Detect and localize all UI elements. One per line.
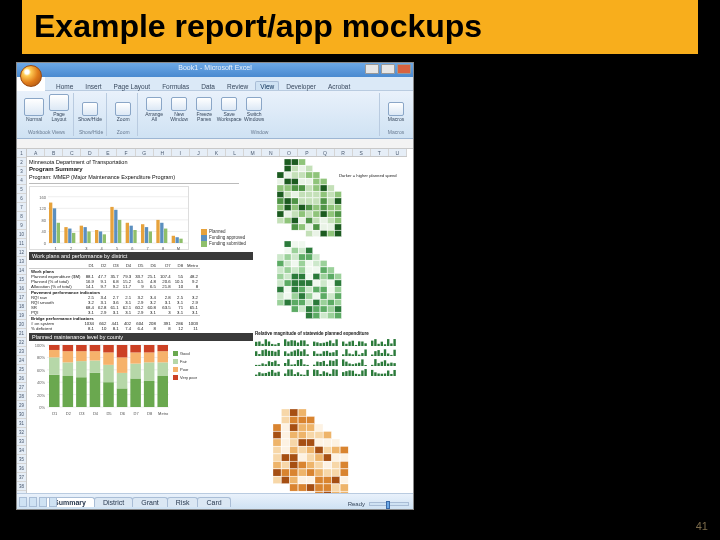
- svg-text:40: 40: [42, 230, 47, 235]
- ribbon-tab-review[interactable]: Review: [222, 81, 253, 90]
- sheet-tab-card[interactable]: Card: [197, 497, 230, 507]
- svg-rect-397: [364, 343, 366, 346]
- svg-rect-101: [157, 345, 168, 351]
- svg-rect-164: [327, 205, 334, 211]
- svg-text:Metro: Metro: [158, 411, 169, 416]
- ribbon-btn-show-hide[interactable]: Show/Hide: [79, 94, 101, 122]
- sheet-nav-buttons[interactable]: [19, 497, 58, 507]
- svg-rect-270: [299, 306, 306, 312]
- svg-rect-128: [306, 179, 313, 185]
- window-titlebar[interactable]: Book1 - Microsoft Excel: [17, 63, 413, 77]
- svg-rect-461: [306, 365, 308, 366]
- ribbon-btn-switch-windows[interactable]: Switch Windows: [243, 94, 265, 122]
- svg-rect-22: [95, 230, 98, 243]
- sheet-nav-last[interactable]: [49, 497, 57, 507]
- svg-rect-231: [327, 274, 334, 280]
- column-headers[interactable]: ABCDEFGHIJKLMNOPQRSTU: [27, 149, 407, 157]
- svg-rect-145: [320, 192, 327, 198]
- svg-text:D7: D7: [134, 411, 140, 416]
- svg-rect-372: [274, 344, 276, 346]
- svg-rect-344: [340, 469, 348, 476]
- ribbon-btn-normal[interactable]: Normal: [23, 94, 45, 122]
- svg-rect-447: [258, 365, 260, 366]
- svg-rect-370: [268, 341, 270, 346]
- svg-rect-312: [298, 447, 306, 454]
- sheet-tab-district[interactable]: District: [94, 497, 133, 507]
- svg-rect-331: [307, 462, 315, 469]
- svg-rect-440: [377, 350, 379, 356]
- svg-rect-44: [179, 239, 182, 243]
- ribbon-btn-page-layout[interactable]: Page Layout: [48, 94, 70, 122]
- district-table: D1D2D3D4D5D6D7D8MetroWork plansPlanned e…: [29, 263, 200, 331]
- svg-rect-26: [110, 207, 113, 243]
- svg-rect-278: [320, 313, 327, 319]
- svg-rect-140: [284, 192, 291, 198]
- svg-rect-451: [271, 362, 273, 366]
- svg-rect-178: [299, 218, 306, 224]
- svg-rect-508: [332, 369, 334, 376]
- svg-rect-431: [345, 349, 347, 356]
- svg-rect-415: [287, 353, 289, 356]
- svg-rect-189: [327, 224, 334, 230]
- section-header-districts: Work plans and performance by district: [29, 252, 253, 260]
- svg-rect-417: [294, 350, 296, 356]
- svg-rect-395: [358, 341, 360, 346]
- svg-rect-235: [291, 280, 298, 286]
- worksheet-area[interactable]: 1234567891011121314151617181920212223242…: [17, 149, 413, 493]
- row-headers[interactable]: 1234567891011121314151617181920212223242…: [17, 149, 27, 493]
- maximize-button[interactable]: [381, 64, 395, 74]
- ribbon-tab-formulas[interactable]: Formulas: [157, 81, 194, 90]
- ribbon-btn-save-workspace[interactable]: Save Workspace: [218, 94, 240, 122]
- svg-rect-300: [323, 432, 331, 439]
- office-orb-button[interactable]: [20, 65, 42, 87]
- ribbon-btn-new-window[interactable]: New Window: [168, 94, 190, 122]
- svg-rect-210: [284, 261, 291, 267]
- sheet-tab-risk[interactable]: Risk: [167, 497, 199, 507]
- ribbon-tab-developer[interactable]: Developer: [281, 81, 321, 90]
- svg-rect-207: [306, 254, 313, 260]
- svg-rect-76: [90, 345, 101, 351]
- svg-rect-171: [313, 211, 320, 217]
- svg-rect-471: [345, 362, 347, 366]
- ribbon-tab-strip: Home Insert Page Layout Formulas Data Re…: [45, 77, 413, 91]
- svg-rect-468: [332, 361, 334, 366]
- ribbon-btn-arrange-all[interactable]: Arrange All: [143, 94, 165, 122]
- svg-rect-61: [49, 345, 60, 350]
- ribbon-tab-acrobat[interactable]: Acrobat: [323, 81, 355, 90]
- svg-rect-251: [277, 293, 284, 299]
- sheet-nav-first[interactable]: [19, 497, 27, 507]
- svg-rect-243: [284, 287, 291, 293]
- svg-rect-309: [273, 447, 281, 454]
- svg-rect-135: [306, 185, 313, 191]
- sheet-nav-prev[interactable]: [29, 497, 37, 507]
- svg-rect-20: [87, 232, 90, 244]
- svg-rect-250: [335, 287, 342, 293]
- ribbon-tab-data[interactable]: Data: [196, 81, 220, 90]
- svg-rect-226: [291, 274, 298, 280]
- close-button[interactable]: [397, 64, 411, 74]
- ribbon: Normal Page Layout Workbook Views Show/H…: [17, 91, 413, 139]
- zoom-slider[interactable]: [369, 502, 409, 506]
- svg-rect-283: [298, 409, 306, 416]
- ribbon-tab-home[interactable]: Home: [51, 81, 78, 90]
- formula-bar[interactable]: [17, 139, 413, 149]
- ribbon-btn-freeze-panes[interactable]: Freeze Panes: [193, 94, 215, 122]
- sheet-tab-grant[interactable]: Grant: [132, 497, 168, 507]
- ribbon-btn-zoom[interactable]: Zoom: [112, 94, 134, 122]
- svg-rect-96: [144, 345, 155, 352]
- svg-rect-215: [320, 261, 327, 267]
- svg-rect-501: [306, 370, 308, 376]
- svg-rect-126: [291, 179, 298, 185]
- svg-rect-211: [291, 261, 298, 267]
- svg-rect-301: [273, 439, 281, 446]
- ribbon-btn-macros[interactable]: Macros: [385, 94, 407, 122]
- minimize-button[interactable]: [365, 64, 379, 74]
- ribbon-tab-view[interactable]: View: [255, 81, 279, 90]
- ribbon-tab-page-layout[interactable]: Page Layout: [109, 81, 156, 90]
- ribbon-tab-insert[interactable]: Insert: [80, 81, 106, 90]
- svg-rect-34: [141, 224, 144, 243]
- sheet-nav-next[interactable]: [39, 497, 47, 507]
- svg-rect-221: [313, 267, 320, 273]
- svg-rect-371: [271, 344, 273, 346]
- svg-rect-492: [274, 373, 276, 376]
